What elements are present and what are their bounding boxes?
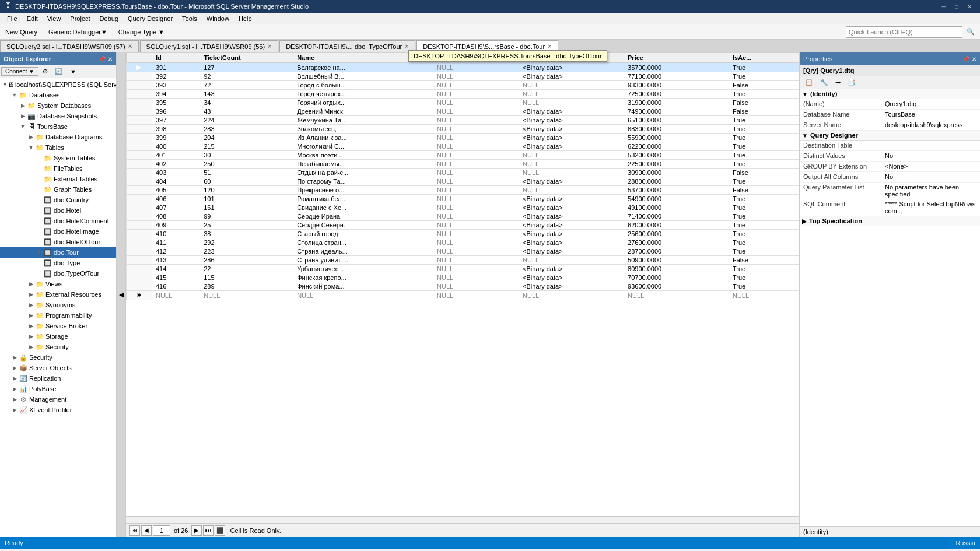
tree-expand-24[interactable]: ▶ bbox=[27, 332, 35, 341]
menu-item-debug[interactable]: Debug bbox=[95, 14, 123, 23]
table-row[interactable]: 39643Древний МинскNULL<Binary data>74900… bbox=[127, 107, 799, 116]
tree-item-16[interactable]: ▼🔲dbo.Tour bbox=[0, 247, 116, 258]
oe-disconnect-button[interactable]: ⊘ bbox=[40, 65, 51, 78]
table-row[interactable]: 400215Многоликий С...NULL<Binary data>62… bbox=[127, 142, 799, 151]
tree-item-19[interactable]: ▶📁Views bbox=[0, 279, 116, 289]
tree-expand-14[interactable] bbox=[35, 227, 43, 236]
prop-section-identity[interactable]: ▼(Identity) bbox=[800, 89, 980, 99]
table-row[interactable]: ✱NULLNULLNULLNULLNULLNULLNULL bbox=[127, 291, 799, 300]
prop-tb-btn3[interactable]: ➡ bbox=[832, 76, 844, 89]
tree-expand-11[interactable] bbox=[35, 196, 43, 204]
tab-close-tab3[interactable]: ✕ bbox=[404, 43, 409, 50]
tree-expand-9[interactable] bbox=[35, 175, 43, 183]
oe-pin-icon[interactable]: 📌 bbox=[99, 56, 106, 62]
table-row[interactable]: 415115Финская крепо...NULL<Binary data>7… bbox=[127, 273, 799, 282]
col-header-ticket[interactable]: TicketCount bbox=[200, 53, 293, 63]
tree-expand-17[interactable] bbox=[35, 259, 43, 267]
tree-expand-3[interactable]: ▶ bbox=[19, 112, 27, 120]
tree-item-6[interactable]: ▼📁Tables bbox=[0, 142, 116, 153]
table-row[interactable]: 402250Незабываемы...NULLNULL22500.0000Tr… bbox=[127, 160, 799, 169]
maximize-button[interactable]: □ bbox=[951, 2, 963, 11]
table-row[interactable]: 41038Старый городNULL<Binary data>25600.… bbox=[127, 230, 799, 238]
table-row[interactable]: 40351Отдых на рай-с...NULLNULL30900.0000… bbox=[127, 169, 799, 177]
tree-expand-12[interactable] bbox=[35, 206, 43, 215]
tree-item-20[interactable]: ▶📁External Resources bbox=[0, 289, 116, 300]
menu-item-edit[interactable]: Edit bbox=[22, 14, 43, 23]
tree-expand-19[interactable]: ▶ bbox=[27, 280, 35, 288]
tree-expand-7[interactable] bbox=[35, 154, 43, 162]
tree-item-25[interactable]: ▶📁Security bbox=[0, 342, 116, 352]
tree-expand-28[interactable]: ▶ bbox=[10, 374, 19, 382]
table-row[interactable]: 412223Страна идеаль...NULL<Binary data>2… bbox=[127, 247, 799, 256]
nav-stop-button[interactable]: ⬛ bbox=[215, 525, 225, 536]
table-row[interactable]: 41422Урбанистичес...NULL<Binary data>809… bbox=[127, 265, 799, 273]
table-row[interactable]: 394143Город четырёх...NULLNULL72500.0000… bbox=[127, 90, 799, 99]
tree-expand-29[interactable]: ▶ bbox=[10, 385, 19, 393]
tree-item-27[interactable]: ▶📦Server Objects bbox=[0, 363, 116, 373]
tree-expand-6[interactable]: ▼ bbox=[27, 143, 35, 152]
tree-expand-21[interactable]: ▶ bbox=[27, 301, 35, 309]
prop-row-value[interactable] bbox=[881, 141, 980, 150]
change-type-button[interactable]: Change Type ▼ bbox=[116, 26, 167, 38]
prop-row-value[interactable]: No bbox=[881, 172, 980, 182]
generic-debugger-button[interactable]: Generic Debugger ▼ bbox=[46, 26, 110, 38]
tab-close-tab2[interactable]: ✕ bbox=[267, 43, 272, 50]
tree-item-1[interactable]: ▼📁Databases bbox=[0, 90, 116, 100]
tree-expand-31[interactable]: ▶ bbox=[10, 406, 19, 414]
tree-item-4[interactable]: ▼🗄ToursBase bbox=[0, 121, 116, 132]
prop-row-value[interactable]: No parameters have been specified bbox=[881, 183, 980, 199]
tree-expand-2[interactable]: ▶ bbox=[19, 101, 27, 110]
col-header-price[interactable]: Price bbox=[624, 53, 729, 63]
tab-close-tab1[interactable]: ✕ bbox=[128, 43, 132, 50]
tree-expand-18[interactable] bbox=[35, 269, 43, 278]
menu-item-file[interactable]: File bbox=[2, 14, 22, 23]
tree-item-5[interactable]: ▶📁Database Diagrams bbox=[0, 132, 116, 142]
prop-row-value[interactable]: No bbox=[881, 151, 980, 161]
nav-prev-button[interactable]: ◀ bbox=[141, 525, 152, 536]
table-row[interactable]: 39372Город с больш...NULLNULL93300.0000F… bbox=[127, 81, 799, 90]
tree-expand-4[interactable]: ▼ bbox=[19, 122, 27, 131]
close-button[interactable]: ✕ bbox=[964, 2, 975, 11]
tree-item-10[interactable]: 📁Graph Tables bbox=[0, 184, 116, 195]
col-header-id[interactable]: Id bbox=[152, 53, 200, 63]
table-row[interactable]: 411292Столица стран...NULL<Binary data>2… bbox=[127, 238, 799, 247]
prop-pin-icon[interactable]: 📌 bbox=[963, 56, 970, 62]
tree-item-24[interactable]: ▶📁Storage bbox=[0, 331, 116, 342]
tree-item-15[interactable]: 🔲dbo.HotelOfTour bbox=[0, 237, 116, 247]
tree-expand-26[interactable]: ▶ bbox=[10, 353, 19, 362]
tree-item-17[interactable]: 🔲dbo.Type bbox=[0, 258, 116, 268]
table-row[interactable]: 40925Сердце Северн...NULL<Binary data>62… bbox=[127, 221, 799, 230]
minimize-button[interactable]: ─ bbox=[938, 2, 950, 11]
oe-filter-button[interactable]: ▼ bbox=[67, 65, 79, 78]
menu-item-project[interactable]: Project bbox=[65, 14, 94, 23]
prop-close-icon[interactable]: ✕ bbox=[972, 56, 977, 62]
data-grid[interactable]: Id TicketCount Name Description ImagePre… bbox=[126, 52, 799, 516]
table-row[interactable]: 40460По старому Та...NULL<Binary data>28… bbox=[127, 177, 799, 186]
prop-section-query_designer[interactable]: ▼Query Designer bbox=[800, 131, 980, 141]
tree-item-28[interactable]: ▶🔄Replication bbox=[0, 373, 116, 384]
table-row[interactable]: 40899Сердце ИранаNULL<Binary data>71400.… bbox=[127, 212, 799, 221]
tree-expand-16[interactable]: ▼ bbox=[35, 248, 43, 257]
prop-tb-btn4[interactable]: 📑 bbox=[845, 76, 859, 89]
nav-first-button[interactable]: ⏮ bbox=[130, 525, 140, 536]
table-row[interactable]: 39292Волшебный В...NULL<Binary data>7710… bbox=[127, 72, 799, 81]
table-row[interactable]: ▶391127Болгарское на...NULL<Binary data>… bbox=[127, 63, 799, 72]
tree-item-7[interactable]: 📁System Tables bbox=[0, 153, 116, 163]
nav-next-button[interactable]: ▶ bbox=[191, 525, 202, 536]
tree-item-2[interactable]: ▶📁System Databases bbox=[0, 100, 116, 111]
tree-item-23[interactable]: ▶📁Service Broker bbox=[0, 321, 116, 331]
table-row[interactable]: 40130Москва поэти...NULLNULL53200.0000Tr… bbox=[127, 151, 799, 160]
tab-close-tab4[interactable]: ✕ bbox=[547, 43, 552, 50]
prop-tb-btn1[interactable]: 📋 bbox=[802, 76, 816, 89]
tree-expand-0[interactable]: ▼ bbox=[2, 80, 8, 89]
tree-expand-22[interactable]: ▶ bbox=[27, 311, 35, 320]
oe-connect-button[interactable]: Connect ▼ bbox=[1, 67, 38, 76]
tree-item-9[interactable]: 📁External Tables bbox=[0, 174, 116, 184]
prop-row-value[interactable]: ***** Script for SelectTopNRows com... bbox=[881, 199, 980, 216]
tree-item-18[interactable]: 🔲dbo.TypeOfTour bbox=[0, 268, 116, 279]
table-row[interactable]: 413286Страна удивит-...NULLNULL50900.000… bbox=[127, 256, 799, 265]
tree-item-29[interactable]: ▶📊PolyBase bbox=[0, 384, 116, 394]
tree-item-8[interactable]: 📁FileTables bbox=[0, 163, 116, 174]
table-row[interactable]: 397224Жемчужина Та...NULL<Binary data>65… bbox=[127, 116, 799, 125]
prop-row-value[interactable]: <None> bbox=[881, 162, 980, 171]
